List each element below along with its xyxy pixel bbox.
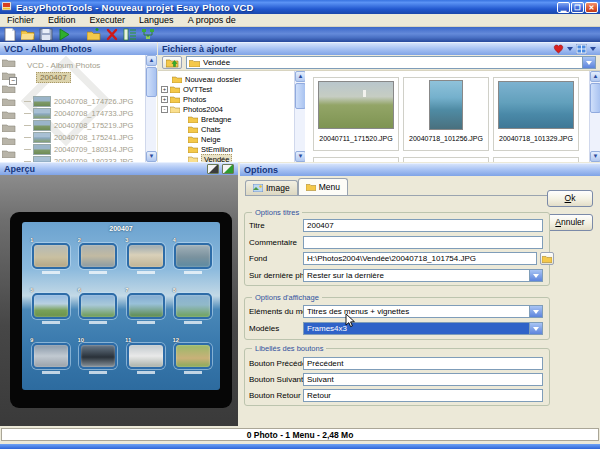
new-project-icon[interactable]	[3, 28, 17, 41]
options-panel-header: Options	[240, 163, 600, 176]
group-libelles-boutons: Libellés des boutons Bouton Précédent Bo…	[244, 348, 550, 406]
view-mode-dropdown-icon[interactable]	[590, 47, 596, 51]
scroll-down-icon[interactable]: ▼	[590, 151, 600, 162]
folder-tree-scrollbar[interactable]: ▲ ▼	[294, 71, 305, 162]
dropdown-icon[interactable]	[529, 323, 542, 334]
titre-input[interactable]	[303, 219, 543, 232]
album-folder-icon	[2, 149, 16, 158]
folder-row[interactable]: Nouveau dossier	[172, 74, 241, 84]
scroll-up-icon[interactable]: ▲	[590, 71, 600, 82]
favorites-dropdown-icon[interactable]	[567, 47, 573, 51]
collapse-expander[interactable]: −	[9, 77, 17, 85]
files-panel-header: Fichiers à ajouter	[158, 42, 600, 55]
fond-label: Fond	[249, 254, 267, 263]
expand-icon[interactable]: +	[161, 96, 168, 103]
album-panel: VCD - Album Photos VCD - Album Photos − …	[0, 42, 157, 162]
tab-image[interactable]: Image	[245, 180, 298, 195]
path-dropdown-icon[interactable]	[582, 57, 595, 68]
favorites-heart-icon[interactable]	[553, 44, 564, 54]
folder-row[interactable]: Bretagne	[188, 114, 231, 124]
scrollbar-thumb[interactable]	[590, 83, 600, 113]
save-project-icon[interactable]	[39, 28, 53, 41]
album-file-row[interactable]: 20040708_174733.JPG	[24, 107, 133, 119]
run-icon[interactable]	[57, 28, 71, 41]
tab-menu[interactable]: Menu	[298, 178, 348, 195]
expand-icon[interactable]: +	[161, 86, 168, 93]
thumbnail-card[interactable]: 20040718_101256.JPG	[403, 77, 489, 151]
photo-thumbnail	[33, 108, 51, 119]
album-scrollbar[interactable]: ▲ ▼	[145, 55, 156, 162]
album-tree-folder-200407[interactable]: 200407	[36, 72, 71, 83]
bouton-retour-input[interactable]	[303, 389, 543, 402]
menu-bar: Fichier Edition Executer Langues A propo…	[0, 14, 600, 27]
options-panel-title: Options	[244, 165, 278, 175]
folder-row[interactable]: + OVTTest	[161, 84, 212, 94]
folder-row[interactable]: StEmilion	[188, 144, 233, 154]
folder-row[interactable]: + Photos	[161, 94, 206, 104]
folder-row[interactable]: - Photos2004	[161, 104, 223, 114]
menu-a-propos-de[interactable]: A propos de	[181, 15, 243, 25]
album-folder-icon	[2, 136, 16, 145]
album-tree[interactable]: VCD - Album Photos − 200407 20040708_174…	[0, 55, 157, 162]
preview-contrast-button[interactable]	[207, 164, 219, 174]
folder-tree[interactable]: Nouveau dossier + OVTTest + Photos - Pho…	[158, 71, 294, 162]
browse-fond-button[interactable]	[540, 252, 554, 265]
dropdown-icon[interactable]	[529, 306, 542, 317]
parent-folder-button[interactable]	[162, 56, 182, 69]
dropdown-icon[interactable]	[529, 270, 542, 281]
thumbnail-list[interactable]: 20040711_171520.JPG 20040718_101256.JPG …	[305, 71, 589, 162]
cancel-button[interactable]: Annuler	[547, 214, 593, 231]
image-icon	[253, 184, 263, 192]
path-combobox[interactable]: Vendée	[186, 56, 596, 69]
maximize-button[interactable]: ❐	[571, 2, 584, 13]
menu-edition[interactable]: Edition	[41, 15, 83, 25]
folder-icon	[542, 255, 552, 263]
title-bar[interactable]: EasyPhotoTools - Nouveau projet Esay Pho…	[0, 0, 600, 14]
scroll-down-icon[interactable]: ▼	[146, 151, 157, 162]
delete-icon[interactable]	[105, 28, 119, 41]
folder-row-selected[interactable]: Vendée	[188, 154, 232, 162]
menu-fichier[interactable]: Fichier	[0, 15, 41, 25]
elements-menu-combobox[interactable]: Titres des menus + vignettes	[303, 305, 543, 318]
index-icon[interactable]	[123, 28, 137, 41]
structure-icon[interactable]	[141, 28, 155, 41]
commentaire-input[interactable]	[303, 236, 543, 249]
scroll-up-icon[interactable]: ▲	[146, 55, 157, 66]
menu-thumb: 11	[124, 337, 168, 387]
thumbnail-card[interactable]: 20040711_171520.JPG	[313, 77, 399, 151]
folder-icon	[189, 59, 200, 67]
scrollbar-thumb[interactable]	[146, 67, 157, 97]
folder-row[interactable]: Neige	[188, 134, 221, 144]
folder-row[interactable]: Chats	[188, 124, 221, 134]
collapse-icon[interactable]: -	[161, 106, 168, 113]
menu-thumb: 2	[77, 237, 121, 287]
view-mode-icon[interactable]	[576, 44, 587, 54]
ok-button[interactable]: Ok	[547, 190, 593, 207]
add-folder-icon[interactable]	[87, 28, 101, 41]
album-file-row[interactable]: 20040709_180314.JPG	[24, 143, 133, 155]
album-file-row[interactable]: 20040708_175219.JPG	[24, 119, 133, 131]
derniere-photo-combobox[interactable]: Rester sur la dernière	[303, 269, 543, 282]
menu-thumb: 6	[77, 287, 121, 337]
minimize-button[interactable]: ▁	[557, 2, 570, 13]
thumbnail-filename: 20040718_101256.JPG	[404, 135, 488, 142]
bouton-precedent-input[interactable]	[303, 357, 543, 370]
thumbnails-scrollbar[interactable]: ▲ ▼	[589, 71, 600, 162]
bouton-suivant-input[interactable]	[303, 373, 543, 386]
open-project-icon[interactable]	[21, 28, 35, 41]
app-icon	[2, 2, 13, 12]
close-button[interactable]: ✕	[585, 2, 598, 13]
modeles-combobox[interactable]: Frames4x3	[303, 322, 543, 335]
album-file-row[interactable]: 20040709_180333.JPG	[24, 155, 133, 162]
thumbnail-card-partial	[313, 157, 399, 162]
menu-thumbnail-grid: 1 2 3 4 5 6 7 8 9 10 11 12	[29, 237, 215, 388]
photo-thumbnail	[33, 120, 51, 131]
menu-langues[interactable]: Langues	[132, 15, 181, 25]
album-tree-root[interactable]: VCD - Album Photos	[27, 61, 100, 70]
album-file-row[interactable]: 20040708_174726.JPG	[24, 95, 133, 107]
menu-executer[interactable]: Executer	[83, 15, 133, 25]
fond-input[interactable]	[303, 252, 537, 265]
album-file-row[interactable]: 20040708_175241.JPG	[24, 131, 133, 143]
preview-color-button[interactable]	[222, 164, 234, 174]
thumbnail-card[interactable]: 20040718_101329.JPG	[493, 77, 579, 151]
